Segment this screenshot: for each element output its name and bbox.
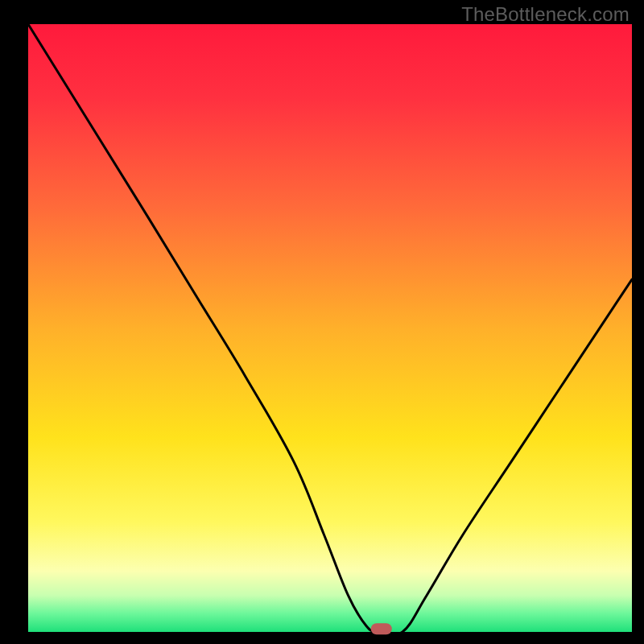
watermark-text: TheBottleneck.com <box>461 3 630 26</box>
minimum-marker <box>371 623 392 634</box>
chart-frame: TheBottleneck.com <box>0 0 644 644</box>
gradient-background <box>28 24 632 632</box>
bottleneck-chart <box>0 0 644 644</box>
